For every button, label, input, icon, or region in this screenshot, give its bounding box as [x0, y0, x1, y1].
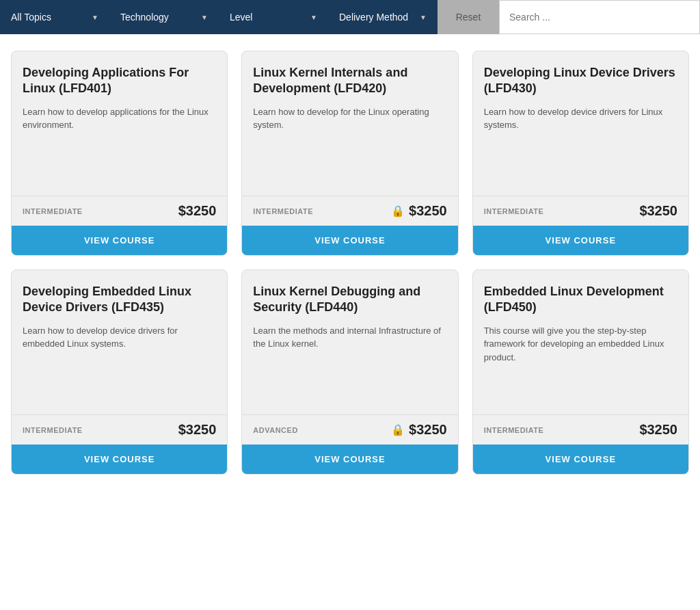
card-title: Developing Linux Device Drivers (LFD430): [484, 65, 677, 97]
card-price: $3250: [178, 203, 217, 219]
card-price-area: $3250: [639, 422, 677, 438]
filter-bar: All Topics ▼ Technology ▼ Level ▼ Delive…: [0, 0, 700, 34]
lock-icon: 🔒: [391, 204, 405, 217]
card-footer: INTERMEDIATE $3250: [473, 196, 688, 226]
course-card: Linux Kernel Debugging and Security (LFD…: [241, 269, 458, 475]
technology-chevron: ▼: [201, 14, 208, 21]
card-price-area: $3250: [178, 203, 217, 219]
card-description: Learn the methods and internal Infrastru…: [253, 324, 446, 351]
card-price-area: 🔒 $3250: [391, 203, 447, 219]
card-footer: INTERMEDIATE 🔒 $3250: [242, 196, 457, 226]
card-level: INTERMEDIATE: [253, 207, 313, 215]
course-card: Developing Embedded Linux Device Drivers…: [11, 269, 228, 475]
card-level: INTERMEDIATE: [484, 426, 544, 434]
delivery-method-chevron: ▼: [420, 14, 427, 21]
view-course-button[interactable]: VIEW COURSE: [12, 445, 227, 474]
technology-dropdown[interactable]: Technology ▼: [109, 0, 219, 34]
card-price: $3250: [409, 203, 447, 219]
card-level: INTERMEDIATE: [23, 207, 83, 215]
card-price: $3250: [639, 422, 677, 438]
card-price: $3250: [639, 203, 677, 219]
technology-label: Technology: [120, 12, 169, 23]
card-title: Linux Kernel Debugging and Security (LFD…: [253, 284, 446, 316]
card-description: Learn how to develop device drivers for …: [23, 324, 216, 351]
card-body: Linux Kernel Debugging and Security (LFD…: [242, 270, 457, 414]
course-card: Embedded Linux Development (LFD450) This…: [472, 269, 689, 475]
card-footer: INTERMEDIATE $3250: [473, 414, 688, 445]
view-course-button[interactable]: VIEW COURSE: [242, 226, 457, 255]
card-body: Developing Linux Device Drivers (LFD430)…: [473, 51, 688, 196]
card-description: Learn how to develop applications for th…: [23, 105, 216, 132]
card-price-area: $3250: [639, 203, 677, 219]
card-price-area: 🔒 $3250: [391, 422, 447, 438]
card-level: ADVANCED: [253, 426, 298, 434]
card-title: Linux Kernel Internals and Development (…: [253, 65, 446, 97]
view-course-button[interactable]: VIEW COURSE: [242, 445, 457, 474]
level-label: Level: [230, 12, 252, 23]
card-price: $3250: [409, 422, 447, 438]
topics-dropdown[interactable]: All Topics ▼: [0, 0, 109, 34]
card-title: Embedded Linux Development (LFD450): [484, 284, 677, 316]
card-body: Embedded Linux Development (LFD450) This…: [473, 270, 688, 414]
card-level: INTERMEDIATE: [23, 426, 83, 434]
view-course-button[interactable]: VIEW COURSE: [473, 445, 688, 474]
delivery-method-dropdown[interactable]: Delivery Method ▼: [328, 0, 438, 34]
level-chevron: ▼: [310, 14, 317, 21]
lock-icon: 🔒: [391, 423, 405, 436]
card-price: $3250: [178, 422, 217, 438]
card-footer: INTERMEDIATE $3250: [12, 196, 227, 226]
level-dropdown[interactable]: Level ▼: [219, 0, 328, 34]
card-footer: ADVANCED 🔒 $3250: [242, 414, 457, 445]
card-footer: INTERMEDIATE $3250: [12, 414, 227, 445]
course-card: Developing Applications For Linux (LFD40…: [11, 51, 228, 256]
course-grid: Developing Applications For Linux (LFD40…: [0, 34, 700, 491]
search-input[interactable]: [499, 0, 700, 34]
course-card: Linux Kernel Internals and Development (…: [241, 51, 458, 256]
topics-chevron: ▼: [92, 14, 98, 21]
card-description: This course will give you the step-by-st…: [484, 324, 677, 364]
topics-label: All Topics: [11, 12, 51, 23]
card-price-area: $3250: [178, 422, 217, 438]
view-course-button[interactable]: VIEW COURSE: [12, 226, 227, 255]
card-level: INTERMEDIATE: [484, 207, 544, 215]
card-body: Developing Applications For Linux (LFD40…: [12, 51, 227, 196]
delivery-method-label: Delivery Method: [339, 12, 408, 23]
card-description: Learn how to develop for the Linux opera…: [253, 105, 446, 132]
reset-button[interactable]: Reset: [438, 0, 499, 34]
course-card: Developing Linux Device Drivers (LFD430)…: [472, 51, 689, 256]
card-body: Linux Kernel Internals and Development (…: [242, 51, 457, 196]
card-title: Developing Embedded Linux Device Drivers…: [23, 284, 216, 316]
card-body: Developing Embedded Linux Device Drivers…: [12, 270, 227, 414]
card-title: Developing Applications For Linux (LFD40…: [23, 65, 216, 97]
view-course-button[interactable]: VIEW COURSE: [473, 226, 688, 255]
card-description: Learn how to develop device drivers for …: [484, 105, 677, 132]
